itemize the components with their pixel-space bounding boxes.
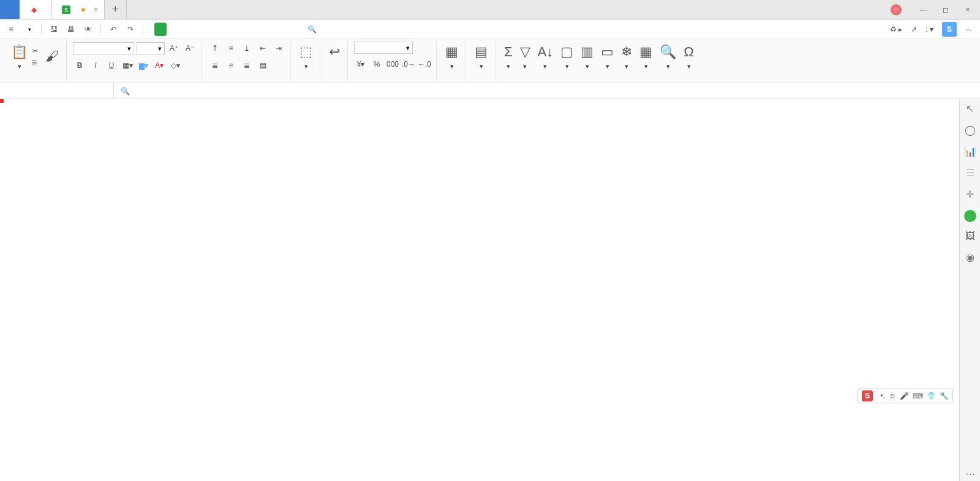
sidebar-chart[interactable]: 📊 (964, 146, 976, 158)
tab-template[interactable]: ◆ (20, 0, 52, 19)
avatar[interactable] (891, 4, 902, 15)
preview-icon[interactable]: 👁 (81, 22, 96, 37)
sidebar-settings[interactable]: ⋯ (965, 468, 975, 481)
new-tab-button[interactable]: + (105, 0, 127, 19)
ribbon-tab-review[interactable] (228, 23, 240, 36)
spreadsheet-grid[interactable] (0, 99, 959, 481)
sync-status[interactable]: ♻ ▸ (890, 25, 902, 34)
paste-button[interactable]: 📋▾ (9, 42, 30, 72)
number-format-combo[interactable]: ▾ (354, 42, 413, 54)
minimize-icon[interactable]: — (916, 2, 931, 17)
wrap-text-button[interactable]: ↩ (326, 42, 342, 64)
format-painter-button[interactable]: 🖌 (43, 46, 61, 68)
table-tools-button[interactable]: ▦▾ (637, 42, 655, 72)
merge-center-button[interactable]: ⬚▾ (297, 42, 315, 72)
collapse-ribbon-icon[interactable]: ︿ (965, 24, 973, 34)
decrease-font-icon[interactable]: A⁻ (183, 42, 197, 55)
ribbon-search[interactable]: 🔍 (301, 23, 323, 36)
ime-bar[interactable]: S •, ☺ 🎤 ⌨ 👕 🔧 (858, 389, 953, 403)
percent-icon[interactable]: % (370, 58, 383, 71)
cut-button[interactable]: ✂ (32, 47, 40, 55)
indent-dec-icon[interactable]: ⇤ (256, 42, 270, 55)
align-top-icon[interactable]: ⤒ (208, 42, 222, 55)
font-combo[interactable]: ▾ (73, 42, 134, 54)
ribbon-tab-formula[interactable] (198, 23, 211, 36)
app-logo-icon: S (942, 22, 957, 37)
increase-font-icon[interactable]: A⁺ (167, 42, 181, 55)
italic-icon[interactable]: I (89, 59, 102, 72)
ribbon: 📋▾ ✂ ⎘ 🖌 ▾ ▾ A⁺ A⁻ B I U ▦▾ ▆▾ A▾ ◇ (0, 39, 980, 83)
find-button[interactable]: 🔍▾ (657, 42, 679, 72)
indent-inc-icon[interactable]: ⇥ (272, 42, 285, 55)
ime-skin-icon[interactable]: 👕 (927, 392, 936, 400)
worksheet-button[interactable]: ▭▾ (598, 42, 616, 72)
align-center-icon[interactable]: ≡ (224, 59, 238, 72)
dec-decimal-icon[interactable]: ←.0 (418, 58, 431, 71)
clear-format-icon[interactable]: ◇▾ (168, 59, 182, 72)
ime-punct-icon[interactable]: •, (880, 392, 885, 400)
tab-home[interactable] (0, 0, 20, 19)
sidebar-style[interactable]: ◉ (966, 252, 974, 264)
share-button[interactable]: ↗ (911, 25, 917, 34)
format-button[interactable]: ▢▾ (558, 42, 576, 72)
sidebar-analysis[interactable]: ✚ (966, 188, 974, 201)
close-tab-icon[interactable]: × (94, 6, 98, 14)
redo-icon[interactable]: ↷ (123, 22, 138, 37)
copy-button[interactable]: ⎘ (32, 59, 40, 66)
sum-button[interactable]: Σ▾ (502, 42, 515, 72)
align-right-icon[interactable]: ≣ (240, 59, 254, 72)
sidebar-score[interactable] (964, 210, 976, 222)
underline-icon[interactable]: U (105, 59, 118, 72)
ime-face-icon[interactable]: ☺ (889, 392, 896, 400)
close-window-icon[interactable]: × (960, 2, 975, 17)
align-bottom-icon[interactable]: ⤓ (240, 42, 254, 55)
hamburger-icon[interactable]: ≡ (4, 22, 18, 37)
align-middle-icon[interactable]: ≡ (224, 42, 238, 55)
ribbon-tab-insert[interactable] (169, 23, 181, 36)
file-menu[interactable]: ▾ (21, 26, 36, 32)
save-icon[interactable]: 🖫 (47, 22, 61, 37)
ribbon-tab-start[interactable] (154, 23, 167, 36)
ribbon-tab-layout[interactable] (184, 23, 196, 36)
table-style-button[interactable]: ▤▾ (472, 42, 490, 72)
ribbon-tab-security[interactable] (257, 23, 270, 36)
bold-icon[interactable]: B (73, 59, 86, 72)
justify-icon[interactable]: ▤ (256, 59, 270, 72)
font-color-icon[interactable]: A▾ (153, 59, 166, 72)
ime-tool-icon[interactable]: 🔧 (940, 392, 949, 400)
currency-icon[interactable]: ¥▾ (354, 58, 368, 71)
maximize-icon[interactable]: ◻ (938, 2, 953, 17)
symbol-button[interactable]: Ω▾ (681, 42, 696, 72)
fill-color-icon[interactable]: ▆▾ (137, 59, 150, 72)
border-icon[interactable]: ▦▾ (121, 59, 134, 72)
filter-button[interactable]: ▽▾ (518, 42, 533, 72)
inc-decimal-icon[interactable]: .0→ (402, 58, 415, 71)
font-size-combo[interactable]: ▾ (137, 42, 165, 54)
undo-icon[interactable]: ↶ (106, 22, 121, 37)
sidebar-select[interactable]: ↖ (966, 103, 974, 116)
formula-bar: 🔍 (0, 83, 980, 99)
rowcol-button[interactable]: ▥▾ (578, 42, 596, 72)
comment-button[interactable]: : ▾ (925, 25, 933, 34)
freeze-button[interactable]: ❄▾ (619, 42, 635, 72)
name-box[interactable] (0, 83, 114, 99)
sidebar-gallery[interactable]: 🖼 (965, 231, 975, 243)
sidebar-prop[interactable]: ☰ (966, 167, 974, 180)
sort-button[interactable]: A↓▾ (535, 42, 556, 72)
ime-keyboard-icon[interactable]: ⌨ (913, 392, 923, 400)
print-icon[interactable]: 🖶 (64, 22, 78, 37)
zoom-icon[interactable]: 🔍 (114, 87, 136, 95)
sidebar-shape[interactable]: ◯ (965, 124, 976, 137)
ribbon-tab-view[interactable] (243, 23, 255, 36)
tab-file[interactable]: S × (52, 0, 105, 19)
thousand-icon[interactable]: 000 (386, 58, 399, 71)
align-left-icon[interactable]: ≣ (208, 59, 222, 72)
ribbon-tab-feature[interactable] (287, 23, 299, 36)
ime-mic-icon[interactable]: 🎤 (900, 392, 909, 400)
formula-input[interactable] (158, 87, 980, 95)
ime-logo-icon: S (862, 390, 873, 401)
docer-icon: ◆ (29, 6, 38, 14)
ribbon-tab-dev[interactable] (272, 23, 284, 36)
cond-format-button[interactable]: ▦▾ (443, 42, 461, 72)
ribbon-tab-data[interactable] (213, 23, 225, 36)
